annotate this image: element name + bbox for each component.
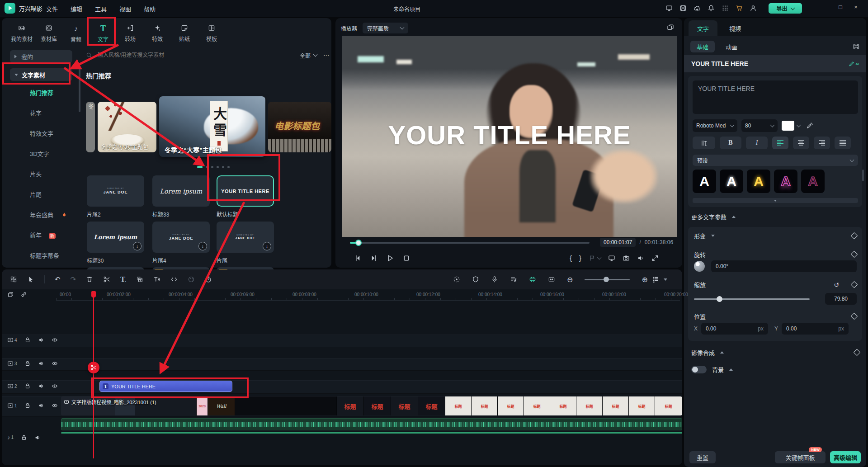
vertical-text-button[interactable]	[693, 137, 715, 149]
template-card-title33[interactable]: Lorem ipsum	[152, 175, 210, 207]
scale-slider-knob[interactable]	[717, 296, 722, 302]
eye-icon[interactable]	[52, 383, 58, 389]
scale-slider[interactable]	[694, 298, 810, 300]
lock-icon[interactable]	[21, 434, 27, 441]
quality-select[interactable]: 完整画质	[363, 23, 408, 33]
tab-audio[interactable]: ♪音频	[62, 24, 90, 43]
sidebar-item-opener[interactable]: 片头	[30, 170, 82, 178]
subtab-animation[interactable]: 动画	[726, 42, 737, 51]
color-palette-icon[interactable]	[188, 276, 195, 283]
menu-tools[interactable]: 工具	[89, 5, 113, 13]
keyframe-diamond-icon[interactable]	[851, 232, 858, 240]
sidebar-item-annual[interactable]: 年会盛典	[30, 210, 82, 219]
keyframe-diamond-icon[interactable]	[851, 251, 858, 258]
audio-clip[interactable]	[61, 418, 682, 430]
align-left-button[interactable]	[772, 137, 788, 149]
redo-icon[interactable]: ↷	[71, 275, 76, 283]
ai-write-button[interactable]: AI	[849, 61, 859, 67]
mark-in-button[interactable]: {	[570, 254, 572, 262]
split-scissors-badge[interactable]	[88, 362, 99, 373]
render-preview-icon[interactable]	[453, 276, 460, 283]
playhead-line[interactable]	[93, 291, 94, 458]
lock-icon[interactable]	[24, 383, 31, 389]
sidebar-item-lower-thirds[interactable]: 标题字幕条	[30, 251, 82, 259]
mirror-screen-icon[interactable]	[608, 255, 615, 262]
more-text-params-header[interactable]: 更多文字参数	[691, 212, 736, 221]
transform-header[interactable]: 形变	[694, 231, 857, 240]
tab-templates[interactable]: 模板	[198, 24, 225, 42]
preset-expand-strip[interactable]	[693, 198, 858, 203]
template-card-title30[interactable]: Lorem ipsum ↓	[87, 222, 144, 253]
display-icon[interactable]	[665, 5, 673, 12]
align-justify-button[interactable]	[835, 137, 851, 149]
eye-icon[interactable]	[52, 360, 58, 367]
fullscreen-icon[interactable]	[651, 255, 659, 262]
preset-style-magenta-outline[interactable]: A	[774, 170, 797, 193]
eye-icon[interactable]	[52, 402, 58, 409]
font-color-select[interactable]	[782, 121, 800, 131]
media-browser-icon[interactable]	[10, 276, 17, 283]
themepack-card-dahan[interactable]: 大雪 冬季之“大寒”主题包	[159, 96, 265, 157]
template-card-ending2[interactable]: DIRECTED BYJANE DOE	[87, 175, 144, 207]
video-clip[interactable]: 2023 Wall 标题 标题 标题 标题 标题 标题 标题 标题 标题 标题 …	[61, 396, 682, 415]
preset-scrollbar[interactable]	[862, 170, 864, 181]
undo-icon[interactable]: ↶	[55, 275, 61, 283]
marker-shield-icon[interactable]	[472, 276, 479, 283]
text-clip[interactable]: T YOUR TITLE HERE	[99, 381, 232, 392]
preset-style-yellow[interactable]: A	[747, 170, 770, 193]
advanced-edit-button[interactable]: 高级编辑	[830, 451, 861, 463]
preset-style-white[interactable]: A	[693, 170, 716, 193]
menu-file[interactable]: 文件	[40, 5, 64, 13]
compositing-header[interactable]: 影像合成	[691, 348, 859, 357]
menu-help[interactable]: 帮助	[137, 5, 162, 13]
playhead-handle[interactable]	[91, 291, 96, 297]
keyframe-diamond-icon[interactable]	[851, 281, 858, 288]
track-height-icon[interactable]	[652, 276, 659, 283]
export-button[interactable]: 导出	[769, 3, 802, 14]
font-size-select[interactable]: 80	[741, 119, 778, 132]
eye-icon[interactable]	[52, 337, 58, 343]
window-minimize-button[interactable]: −	[817, 4, 833, 10]
zoom-in-icon[interactable]: ⊕	[642, 275, 647, 284]
save-preset-icon[interactable]	[853, 43, 860, 50]
preset-select[interactable]: 预设	[693, 155, 858, 166]
snapshot-icon[interactable]	[623, 255, 630, 262]
scale-value[interactable]: 79.80	[825, 293, 857, 305]
store-cart-icon[interactable]	[736, 5, 743, 12]
speaker-icon[interactable]	[38, 383, 44, 389]
more-options-button[interactable]: ⋯	[323, 52, 330, 59]
speaker-icon[interactable]	[38, 402, 44, 409]
marker-flag-icon[interactable]	[589, 255, 596, 262]
add-text-icon[interactable]: T.	[120, 275, 126, 283]
reset-button[interactable]: 重置	[689, 451, 716, 463]
sidebar-item-hot[interactable]: 热门推荐	[30, 88, 82, 97]
tab-stickers[interactable]: 贴纸	[171, 24, 198, 42]
font-family-select[interactable]: Roboto Med	[693, 119, 737, 132]
zoom-out-icon[interactable]: ⊖	[567, 275, 573, 284]
select-tool-icon[interactable]	[27, 276, 34, 283]
copy-clip-icon[interactable]	[7, 291, 14, 298]
eyedropper-icon[interactable]	[806, 122, 813, 129]
sidebar-item-ending[interactable]: 片尾	[30, 190, 82, 198]
lock-icon[interactable]	[24, 402, 31, 409]
sidebar-scrollbar[interactable]	[79, 67, 80, 112]
copy-text-template-icon[interactable]	[136, 276, 143, 283]
keyframe-diamond-icon[interactable]	[851, 313, 858, 320]
template-card-default-title[interactable]: YOUR TITLE HERE	[217, 175, 274, 207]
template-card-ending4[interactable]: DIRECTED BYJANE DOE ↓	[152, 222, 210, 253]
notifications-icon[interactable]	[708, 5, 715, 12]
rotate-knob[interactable]	[694, 261, 705, 272]
sidebar-item-3d-text[interactable]: 3D文字	[30, 149, 82, 158]
link-clips-icon[interactable]	[20, 291, 27, 298]
bold-button[interactable]: B	[720, 137, 741, 149]
tab-transitions[interactable]: 转场	[117, 24, 144, 42]
position-y-input[interactable]: 0.00px	[782, 323, 849, 335]
reset-scale-icon[interactable]: ↺	[834, 281, 839, 288]
lock-icon[interactable]	[24, 360, 31, 367]
record-voiceover-icon[interactable]	[491, 276, 498, 283]
quick-split-mode-icon[interactable]	[529, 276, 536, 283]
delete-icon[interactable]	[86, 276, 93, 283]
search-input[interactable]	[97, 52, 234, 59]
auto-ripple-icon[interactable]	[548, 276, 555, 283]
code-render-icon[interactable]	[170, 276, 178, 283]
